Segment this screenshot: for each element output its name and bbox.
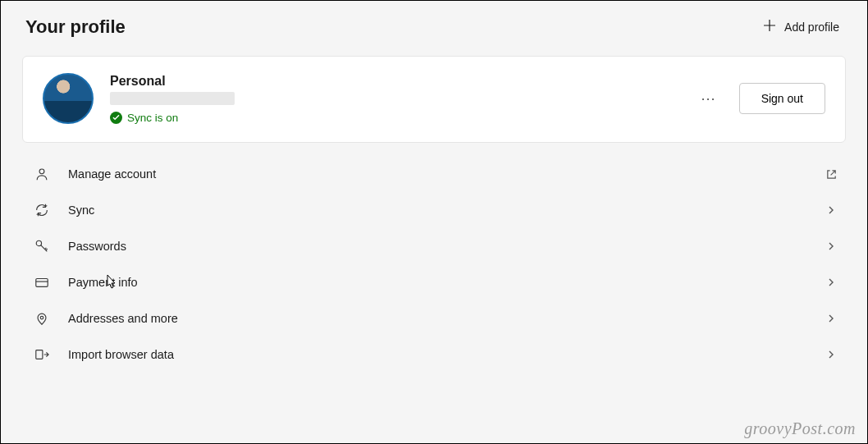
menu-item-import-browser-data[interactable]: Import browser data bbox=[22, 336, 846, 373]
import-icon bbox=[34, 346, 50, 363]
svg-point-0 bbox=[39, 169, 44, 174]
plus-icon bbox=[763, 19, 776, 34]
profile-email-redacted bbox=[110, 92, 235, 105]
svg-rect-4 bbox=[36, 350, 43, 359]
page-title: Your profile bbox=[25, 16, 126, 38]
avatar bbox=[43, 73, 94, 124]
chevron-right-icon bbox=[823, 346, 839, 363]
add-profile-button[interactable]: Add profile bbox=[760, 14, 843, 39]
menu-item-label: Addresses and more bbox=[68, 312, 823, 325]
chevron-right-icon bbox=[823, 274, 839, 291]
menu-item-manage-account[interactable]: Manage account bbox=[22, 156, 846, 192]
sync-icon bbox=[34, 202, 50, 218]
sync-status-text: Sync is on bbox=[127, 112, 178, 124]
check-circle-icon bbox=[110, 112, 122, 124]
menu-item-payment-info[interactable]: Payment info bbox=[22, 264, 846, 300]
menu-item-addresses[interactable]: Addresses and more bbox=[22, 300, 846, 336]
key-icon bbox=[34, 238, 50, 254]
watermark: groovyPost.com bbox=[744, 419, 856, 438]
add-profile-label: Add profile bbox=[784, 21, 839, 34]
menu-item-label: Manage account bbox=[68, 167, 823, 181]
menu-item-sync[interactable]: Sync bbox=[22, 192, 846, 228]
location-icon bbox=[34, 310, 50, 327]
chevron-right-icon bbox=[823, 202, 839, 218]
svg-point-1 bbox=[36, 240, 41, 245]
svg-point-3 bbox=[40, 316, 43, 319]
menu-item-label: Passwords bbox=[68, 240, 823, 253]
more-options-button[interactable]: ··· bbox=[693, 85, 724, 112]
person-icon bbox=[34, 166, 50, 182]
sync-status: Sync is on bbox=[110, 112, 693, 124]
sign-out-button[interactable]: Sign out bbox=[739, 83, 825, 114]
menu-item-passwords[interactable]: Passwords bbox=[22, 228, 846, 264]
external-link-icon bbox=[823, 166, 839, 182]
menu-item-label: Sync bbox=[68, 204, 823, 217]
profile-menu: Manage account Sync Passwords Payment in… bbox=[22, 156, 846, 373]
svg-rect-2 bbox=[36, 279, 48, 287]
chevron-right-icon bbox=[823, 310, 839, 327]
profile-card: Personal Sync is on ··· Sign out bbox=[22, 56, 846, 143]
profile-name: Personal bbox=[110, 74, 693, 89]
menu-item-label: Payment info bbox=[68, 276, 823, 289]
card-icon bbox=[34, 274, 50, 291]
chevron-right-icon bbox=[823, 238, 839, 254]
menu-item-label: Import browser data bbox=[68, 348, 823, 361]
